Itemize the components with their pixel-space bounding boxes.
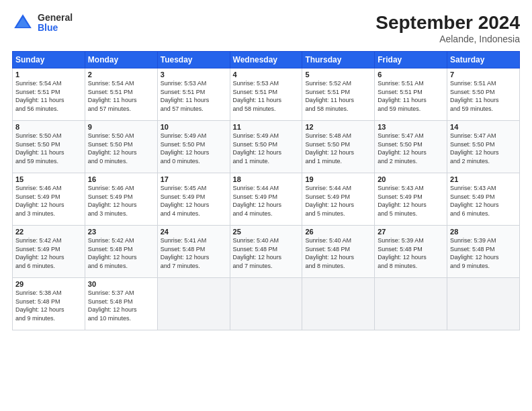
day-number: 22 <box>15 228 82 236</box>
day-number: 14 <box>450 123 517 131</box>
day-info: Sunrise: 5:42 AM Sunset: 5:49 PM Dayligh… <box>15 237 64 269</box>
week-row-4: 22Sunrise: 5:42 AM Sunset: 5:49 PM Dayli… <box>13 226 520 278</box>
day-info: Sunrise: 5:40 AM Sunset: 5:48 PM Dayligh… <box>305 237 354 269</box>
day-info: Sunrise: 5:43 AM Sunset: 5:49 PM Dayligh… <box>450 185 499 217</box>
logo-text: General Blue <box>38 13 73 34</box>
day-number: 20 <box>378 175 444 183</box>
calendar-cell <box>230 278 302 330</box>
calendar-cell: 24Sunrise: 5:41 AM Sunset: 5:48 PM Dayli… <box>157 226 230 278</box>
day-number: 19 <box>305 175 371 183</box>
col-monday: Monday <box>85 52 157 68</box>
calendar-cell: 20Sunrise: 5:43 AM Sunset: 5:49 PM Dayli… <box>375 173 447 226</box>
day-number: 16 <box>88 175 154 183</box>
logo: General Blue <box>12 12 73 34</box>
week-row-5: 29Sunrise: 5:38 AM Sunset: 5:48 PM Dayli… <box>13 278 520 330</box>
calendar-cell: 19Sunrise: 5:44 AM Sunset: 5:49 PM Dayli… <box>302 173 375 226</box>
day-info: Sunrise: 5:49 AM Sunset: 5:50 PM Dayligh… <box>233 132 282 165</box>
logo-general: General <box>38 13 73 23</box>
col-saturday: Saturday <box>447 52 520 68</box>
week-row-1: 1Sunrise: 5:54 AM Sunset: 5:51 PM Daylig… <box>13 68 520 121</box>
day-info: Sunrise: 5:39 AM Sunset: 5:48 PM Dayligh… <box>450 237 499 269</box>
day-number: 29 <box>15 280 82 288</box>
day-number: 13 <box>378 123 444 131</box>
day-info: Sunrise: 5:37 AM Sunset: 5:48 PM Dayligh… <box>88 289 137 322</box>
calendar-cell: 9Sunrise: 5:50 AM Sunset: 5:50 PM Daylig… <box>85 121 157 173</box>
day-info: Sunrise: 5:47 AM Sunset: 5:50 PM Dayligh… <box>450 132 499 165</box>
header-row: Sunday Monday Tuesday Wednesday Thursday… <box>13 52 520 68</box>
title-block: September 2024 Aelande, Indonesia <box>375 12 520 44</box>
day-number: 17 <box>161 175 227 183</box>
calendar-cell: 7Sunrise: 5:51 AM Sunset: 5:50 PM Daylig… <box>447 68 520 121</box>
calendar-cell: 22Sunrise: 5:42 AM Sunset: 5:49 PM Dayli… <box>13 226 85 278</box>
day-info: Sunrise: 5:54 AM Sunset: 5:51 PM Dayligh… <box>88 80 137 112</box>
day-info: Sunrise: 5:46 AM Sunset: 5:49 PM Dayligh… <box>15 185 64 217</box>
day-info: Sunrise: 5:51 AM Sunset: 5:51 PM Dayligh… <box>378 80 427 112</box>
day-number: 10 <box>161 123 227 131</box>
calendar-cell: 29Sunrise: 5:38 AM Sunset: 5:48 PM Dayli… <box>13 278 85 330</box>
day-number: 24 <box>161 228 227 236</box>
header: General Blue September 2024 Aelande, Ind… <box>12 12 520 44</box>
day-info: Sunrise: 5:50 AM Sunset: 5:50 PM Dayligh… <box>88 132 137 165</box>
day-info: Sunrise: 5:44 AM Sunset: 5:49 PM Dayligh… <box>305 185 354 217</box>
calendar-cell <box>447 278 520 330</box>
day-number: 25 <box>233 228 300 236</box>
day-number: 11 <box>233 123 300 131</box>
calendar-cell: 18Sunrise: 5:44 AM Sunset: 5:49 PM Dayli… <box>230 173 302 226</box>
day-number: 30 <box>88 280 154 288</box>
calendar-cell: 11Sunrise: 5:49 AM Sunset: 5:50 PM Dayli… <box>230 121 302 173</box>
calendar-cell: 16Sunrise: 5:46 AM Sunset: 5:49 PM Dayli… <box>85 173 157 226</box>
day-info: Sunrise: 5:51 AM Sunset: 5:50 PM Dayligh… <box>450 80 499 112</box>
col-wednesday: Wednesday <box>230 52 302 68</box>
day-number: 5 <box>305 71 371 79</box>
calendar-cell <box>375 278 447 330</box>
calendar-cell <box>302 278 375 330</box>
day-number: 21 <box>450 175 517 183</box>
calendar-cell: 28Sunrise: 5:39 AM Sunset: 5:48 PM Dayli… <box>447 226 520 278</box>
calendar-cell: 23Sunrise: 5:42 AM Sunset: 5:48 PM Dayli… <box>85 226 157 278</box>
calendar-cell: 27Sunrise: 5:39 AM Sunset: 5:48 PM Dayli… <box>375 226 447 278</box>
calendar-subtitle: Aelande, Indonesia <box>375 34 520 44</box>
calendar-cell: 13Sunrise: 5:47 AM Sunset: 5:50 PM Dayli… <box>375 121 447 173</box>
day-info: Sunrise: 5:45 AM Sunset: 5:49 PM Dayligh… <box>161 185 210 217</box>
calendar-cell: 14Sunrise: 5:47 AM Sunset: 5:50 PM Dayli… <box>447 121 520 173</box>
calendar-cell: 2Sunrise: 5:54 AM Sunset: 5:51 PM Daylig… <box>85 68 157 121</box>
calendar-cell: 4Sunrise: 5:53 AM Sunset: 5:51 PM Daylig… <box>230 68 302 121</box>
day-number: 27 <box>378 228 444 236</box>
day-info: Sunrise: 5:41 AM Sunset: 5:48 PM Dayligh… <box>161 237 210 269</box>
calendar-cell: 25Sunrise: 5:40 AM Sunset: 5:48 PM Dayli… <box>230 226 302 278</box>
logo-icon <box>12 12 34 34</box>
calendar-cell: 21Sunrise: 5:43 AM Sunset: 5:49 PM Dayli… <box>447 173 520 226</box>
day-number: 15 <box>15 175 82 183</box>
calendar-cell: 6Sunrise: 5:51 AM Sunset: 5:51 PM Daylig… <box>375 68 447 121</box>
day-info: Sunrise: 5:38 AM Sunset: 5:48 PM Dayligh… <box>15 289 64 322</box>
day-info: Sunrise: 5:39 AM Sunset: 5:48 PM Dayligh… <box>378 237 427 269</box>
col-sunday: Sunday <box>13 52 85 68</box>
day-info: Sunrise: 5:47 AM Sunset: 5:50 PM Dayligh… <box>378 132 427 165</box>
day-info: Sunrise: 5:43 AM Sunset: 5:49 PM Dayligh… <box>378 185 427 217</box>
day-info: Sunrise: 5:42 AM Sunset: 5:48 PM Dayligh… <box>88 237 137 269</box>
day-info: Sunrise: 5:53 AM Sunset: 5:51 PM Dayligh… <box>233 80 282 112</box>
calendar-cell: 10Sunrise: 5:49 AM Sunset: 5:50 PM Dayli… <box>157 121 230 173</box>
calendar-cell: 5Sunrise: 5:52 AM Sunset: 5:51 PM Daylig… <box>302 68 375 121</box>
calendar-table: Sunday Monday Tuesday Wednesday Thursday… <box>12 51 520 330</box>
day-info: Sunrise: 5:52 AM Sunset: 5:51 PM Dayligh… <box>305 80 354 112</box>
calendar-cell: 17Sunrise: 5:45 AM Sunset: 5:49 PM Dayli… <box>157 173 230 226</box>
day-info: Sunrise: 5:40 AM Sunset: 5:48 PM Dayligh… <box>233 237 282 269</box>
day-number: 8 <box>15 123 82 131</box>
calendar-cell: 8Sunrise: 5:50 AM Sunset: 5:50 PM Daylig… <box>13 121 85 173</box>
col-thursday: Thursday <box>302 52 375 68</box>
day-number: 3 <box>161 71 227 79</box>
calendar-cell: 3Sunrise: 5:53 AM Sunset: 5:51 PM Daylig… <box>157 68 230 121</box>
day-number: 7 <box>450 71 517 79</box>
week-row-3: 15Sunrise: 5:46 AM Sunset: 5:49 PM Dayli… <box>13 173 520 226</box>
day-number: 1 <box>15 71 82 79</box>
day-info: Sunrise: 5:44 AM Sunset: 5:49 PM Dayligh… <box>233 185 282 217</box>
day-info: Sunrise: 5:48 AM Sunset: 5:50 PM Dayligh… <box>305 132 354 165</box>
day-number: 28 <box>450 228 517 236</box>
day-info: Sunrise: 5:46 AM Sunset: 5:49 PM Dayligh… <box>88 185 137 217</box>
week-row-2: 8Sunrise: 5:50 AM Sunset: 5:50 PM Daylig… <box>13 121 520 173</box>
calendar-cell: 1Sunrise: 5:54 AM Sunset: 5:51 PM Daylig… <box>13 68 85 121</box>
day-number: 6 <box>378 71 444 79</box>
calendar-cell: 30Sunrise: 5:37 AM Sunset: 5:48 PM Dayli… <box>85 278 157 330</box>
day-number: 9 <box>88 123 154 131</box>
